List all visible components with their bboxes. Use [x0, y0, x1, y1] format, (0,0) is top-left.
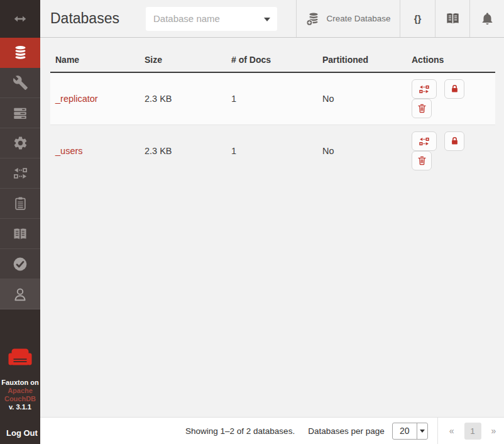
select-arrow-icon: [417, 423, 427, 439]
db-partitioned-value: No: [317, 84, 407, 113]
brand-version: v. 3.1.1: [9, 403, 31, 411]
table-header-row: Name Size # of Docs Partitioned Actions: [50, 48, 495, 73]
sidebar-item-setup[interactable]: [0, 68, 40, 98]
previous-page-button[interactable]: «: [444, 426, 459, 436]
couchdb-brand: Fauxton on Apache CouchDB v. 3.1.1: [0, 348, 40, 411]
logout-button[interactable]: Log Out: [0, 428, 40, 444]
header-spacer: [277, 0, 296, 37]
db-partitioned-value: No: [317, 136, 407, 165]
lock-icon: [449, 84, 460, 94]
replicate-database-button[interactable]: [412, 131, 437, 151]
sidebar: Fauxton on Apache CouchDB v. 3.1.1 Log O…: [0, 0, 40, 444]
sidebar-item-replication[interactable]: [0, 158, 40, 189]
check-circle-icon: [12, 256, 28, 272]
sidebar-item-active-tasks[interactable]: [0, 98, 40, 128]
sidebar-item-configuration[interactable]: [0, 128, 40, 158]
database-name-input[interactable]: [146, 7, 277, 31]
documentation-button[interactable]: [435, 0, 469, 37]
page-title: Databases: [40, 0, 146, 37]
sidebar-item-verify[interactable]: [0, 249, 40, 279]
replicate-arrows-icon: [13, 165, 28, 181]
table-row: _users 2.3 KB 1 No: [50, 125, 495, 177]
per-page-label: Databases per page: [308, 426, 385, 436]
db-doc-count: 1: [226, 136, 317, 165]
replicate-database-button[interactable]: [412, 79, 437, 99]
fauxton-app: Fauxton on Apache CouchDB v. 3.1.1 Log O…: [0, 0, 504, 444]
trash-icon: [417, 155, 427, 166]
per-page-select[interactable]: 20: [392, 423, 428, 440]
db-size-value: 2.3 KB: [140, 84, 226, 113]
content-area: Name Size # of Docs Partitioned Actions …: [40, 38, 504, 417]
delete-database-button[interactable]: [412, 151, 432, 170]
gear-icon: [13, 135, 28, 151]
lock-icon: [449, 136, 460, 147]
database-icon: [12, 44, 29, 61]
database-name-combobox[interactable]: [146, 7, 277, 31]
next-page-button[interactable]: »: [486, 426, 501, 436]
couch-logo-icon: [8, 348, 32, 366]
main-area: Databases Create Databa: [40, 0, 504, 444]
set-permissions-button[interactable]: [444, 79, 464, 99]
create-database-button[interactable]: Create Database: [296, 0, 400, 37]
wrench-icon: [13, 75, 28, 91]
replicate-arrows-icon: [419, 136, 430, 147]
db-size-value: 2.3 KB: [140, 136, 226, 165]
column-header-actions: Actions: [407, 48, 495, 72]
user-icon: [12, 286, 28, 302]
apache-couchdb-link[interactable]: Apache CouchDB: [0, 387, 40, 403]
brand-line1: Fauxton on: [1, 379, 38, 386]
open-book-icon: [12, 226, 28, 242]
clipboard-icon: [13, 196, 28, 211]
trash-icon: [417, 103, 427, 114]
sidebar-item-account[interactable]: [0, 279, 40, 309]
current-page-button[interactable]: 1: [464, 423, 481, 440]
open-book-icon: [445, 11, 461, 26]
pager: « 1 »: [444, 423, 501, 440]
column-header-docs: # of Docs: [226, 48, 317, 72]
pagination-footer: Showing 1–2 of 2 databases. Databases pe…: [40, 417, 504, 444]
database-link[interactable]: _users: [55, 146, 83, 156]
sidebar-collapse-toggle[interactable]: [0, 0, 40, 38]
json-api-button[interactable]: {}: [400, 0, 435, 37]
db-doc-count: 1: [226, 84, 317, 113]
replicate-arrows-icon: [419, 84, 430, 95]
bell-icon: [480, 11, 495, 26]
page-header: Databases Create Databa: [40, 0, 504, 38]
column-header-partitioned: Partitioned: [317, 48, 407, 72]
sidebar-item-databases[interactable]: [0, 38, 40, 68]
delete-database-button[interactable]: [412, 99, 432, 118]
table-row: _replicator 2.3 KB 1 No: [50, 73, 495, 125]
curly-braces-icon: {}: [414, 13, 422, 24]
databases-table: Name Size # of Docs Partitioned Actions …: [50, 48, 495, 177]
create-database-label: Create Database: [326, 14, 390, 23]
database-add-icon: [305, 11, 320, 26]
set-permissions-button[interactable]: [444, 131, 464, 151]
footer-divider: [437, 418, 438, 444]
notifications-button[interactable]: [469, 0, 504, 37]
database-link[interactable]: _replicator: [55, 94, 98, 104]
per-page-value: 20: [393, 423, 417, 439]
sidebar-item-documentation[interactable]: [0, 219, 40, 249]
column-header-name: Name: [50, 48, 140, 72]
server-list-icon: [12, 105, 28, 121]
expand-horizontal-icon: [11, 11, 29, 26]
column-header-size: Size: [140, 48, 226, 72]
sidebar-item-tasks[interactable]: [0, 189, 40, 219]
results-summary: Showing 1–2 of 2 databases.: [185, 426, 295, 436]
